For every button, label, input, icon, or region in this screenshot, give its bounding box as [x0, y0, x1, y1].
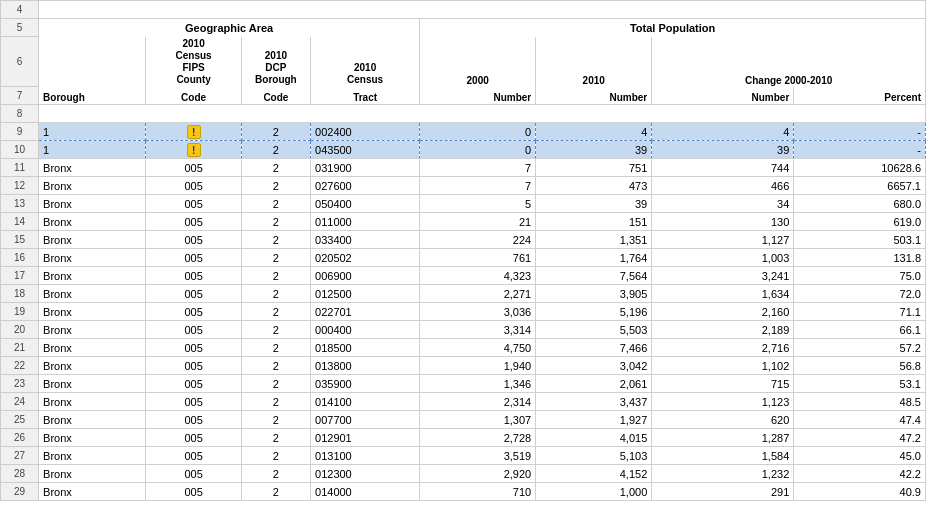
- cell-10-n2010[interactable]: 39: [536, 141, 652, 159]
- cell-21-n2000[interactable]: 4,750: [420, 339, 536, 357]
- cell-24-n2000[interactable]: 2,314: [420, 393, 536, 411]
- cell-22-borough[interactable]: Bronx: [39, 357, 146, 375]
- cell-10-dcp[interactable]: 2: [241, 141, 310, 159]
- cell-18-tract[interactable]: 012500: [311, 285, 420, 303]
- cell-28-n2010[interactable]: 4,152: [536, 465, 652, 483]
- row-10[interactable]: 10 1 ! 2 043500 0 39 39 -: [1, 141, 926, 159]
- row-20[interactable]: 20 Bronx 005 2 000400 3,314 5,503 2,189 …: [1, 321, 926, 339]
- cell-19-chgp[interactable]: 71.1: [794, 303, 926, 321]
- cell-13-tract[interactable]: 050400: [311, 195, 420, 213]
- cell-28-fips[interactable]: 005: [146, 465, 241, 483]
- row-29[interactable]: 29 Bronx 005 2 014000 710 1,000 291 40.9: [1, 483, 926, 501]
- cell-22-dcp[interactable]: 2: [241, 357, 310, 375]
- cell-11-chgn[interactable]: 744: [652, 159, 794, 177]
- cell-24-chgn[interactable]: 1,123: [652, 393, 794, 411]
- cell-20-chgn[interactable]: 2,189: [652, 321, 794, 339]
- cell-14-chgp[interactable]: 619.0: [794, 213, 926, 231]
- cell-29-n2010[interactable]: 1,000: [536, 483, 652, 501]
- cell-14-fips[interactable]: 005: [146, 213, 241, 231]
- cell-24-borough[interactable]: Bronx: [39, 393, 146, 411]
- cell-12-borough[interactable]: Bronx: [39, 177, 146, 195]
- cell-15-dcp[interactable]: 2: [241, 231, 310, 249]
- cell-28-chgp[interactable]: 42.2: [794, 465, 926, 483]
- cell-18-borough[interactable]: Bronx: [39, 285, 146, 303]
- cell-15-tract[interactable]: 033400: [311, 231, 420, 249]
- cell-25-chgn[interactable]: 620: [652, 411, 794, 429]
- cell-22-fips[interactable]: 005: [146, 357, 241, 375]
- cell-27-n2000[interactable]: 3,519: [420, 447, 536, 465]
- warning-icon-10[interactable]: !: [187, 143, 201, 157]
- row-9[interactable]: 9 1 ! 2 002400 0 4 4 -: [1, 123, 926, 141]
- cell-11-chgp[interactable]: 10628.6: [794, 159, 926, 177]
- cell-18-chgn[interactable]: 1,634: [652, 285, 794, 303]
- cell-27-chgp[interactable]: 45.0: [794, 447, 926, 465]
- cell-19-dcp[interactable]: 2: [241, 303, 310, 321]
- cell-16-n2010[interactable]: 1,764: [536, 249, 652, 267]
- cell-19-tract[interactable]: 022701: [311, 303, 420, 321]
- cell-29-chgn[interactable]: 291: [652, 483, 794, 501]
- cell-16-borough[interactable]: Bronx: [39, 249, 146, 267]
- cell-13-n2010[interactable]: 39: [536, 195, 652, 213]
- cell-13-borough[interactable]: Bronx: [39, 195, 146, 213]
- cell-9-tract[interactable]: 002400: [311, 123, 420, 141]
- cell-21-chgn[interactable]: 2,716: [652, 339, 794, 357]
- cell-25-n2000[interactable]: 1,307: [420, 411, 536, 429]
- cell-12-n2000[interactable]: 7: [420, 177, 536, 195]
- cell-18-n2010[interactable]: 3,905: [536, 285, 652, 303]
- cell-24-fips[interactable]: 005: [146, 393, 241, 411]
- row-12[interactable]: 12 Bronx 005 2 027600 7 473 466 6657.1: [1, 177, 926, 195]
- cell-14-n2010[interactable]: 151: [536, 213, 652, 231]
- cell-11-n2010[interactable]: 751: [536, 159, 652, 177]
- warning-icon-9[interactable]: !: [187, 125, 201, 139]
- cell-22-tract[interactable]: 013800: [311, 357, 420, 375]
- cell-20-chgp[interactable]: 66.1: [794, 321, 926, 339]
- cell-23-fips[interactable]: 005: [146, 375, 241, 393]
- cell-21-tract[interactable]: 018500: [311, 339, 420, 357]
- cell-18-fips[interactable]: 005: [146, 285, 241, 303]
- cell-27-tract[interactable]: 013100: [311, 447, 420, 465]
- cell-10-chgn[interactable]: 39: [652, 141, 794, 159]
- row-22[interactable]: 22 Bronx 005 2 013800 1,940 3,042 1,102 …: [1, 357, 926, 375]
- cell-23-borough[interactable]: Bronx: [39, 375, 146, 393]
- cell-25-chgp[interactable]: 47.4: [794, 411, 926, 429]
- cell-11-fips[interactable]: 005: [146, 159, 241, 177]
- cell-26-chgp[interactable]: 47.2: [794, 429, 926, 447]
- cell-9-n2010[interactable]: 4: [536, 123, 652, 141]
- cell-25-dcp[interactable]: 2: [241, 411, 310, 429]
- cell-29-borough[interactable]: Bronx: [39, 483, 146, 501]
- cell-16-fips[interactable]: 005: [146, 249, 241, 267]
- cell-26-tract[interactable]: 012901: [311, 429, 420, 447]
- cell-28-dcp[interactable]: 2: [241, 465, 310, 483]
- cell-22-chgp[interactable]: 56.8: [794, 357, 926, 375]
- cell-24-n2010[interactable]: 3,437: [536, 393, 652, 411]
- cell-26-dcp[interactable]: 2: [241, 429, 310, 447]
- row-16[interactable]: 16 Bronx 005 2 020502 761 1,764 1,003 13…: [1, 249, 926, 267]
- row-19[interactable]: 19 Bronx 005 2 022701 3,036 5,196 2,160 …: [1, 303, 926, 321]
- cell-28-tract[interactable]: 012300: [311, 465, 420, 483]
- cell-12-tract[interactable]: 027600: [311, 177, 420, 195]
- cell-15-n2010[interactable]: 1,351: [536, 231, 652, 249]
- cell-22-chgn[interactable]: 1,102: [652, 357, 794, 375]
- cell-29-chgp[interactable]: 40.9: [794, 483, 926, 501]
- cell-23-tract[interactable]: 035900: [311, 375, 420, 393]
- cell-17-fips[interactable]: 005: [146, 267, 241, 285]
- cell-26-borough[interactable]: Bronx: [39, 429, 146, 447]
- cell-14-dcp[interactable]: 2: [241, 213, 310, 231]
- cell-25-borough[interactable]: Bronx: [39, 411, 146, 429]
- cell-15-chgn[interactable]: 1,127: [652, 231, 794, 249]
- cell-25-fips[interactable]: 005: [146, 411, 241, 429]
- cell-11-borough[interactable]: Bronx: [39, 159, 146, 177]
- row-15[interactable]: 15 Bronx 005 2 033400 224 1,351 1,127 50…: [1, 231, 926, 249]
- row-17[interactable]: 17 Bronx 005 2 006900 4,323 7,564 3,241 …: [1, 267, 926, 285]
- cell-21-dcp[interactable]: 2: [241, 339, 310, 357]
- cell-19-fips[interactable]: 005: [146, 303, 241, 321]
- cell-20-n2010[interactable]: 5,503: [536, 321, 652, 339]
- cell-14-tract[interactable]: 011000: [311, 213, 420, 231]
- cell-9-chgn[interactable]: 4: [652, 123, 794, 141]
- cell-12-fips[interactable]: 005: [146, 177, 241, 195]
- row-11[interactable]: 11 Bronx 005 2 031900 7 751 744 10628.6: [1, 159, 926, 177]
- row-25[interactable]: 25 Bronx 005 2 007700 1,307 1,927 620 47…: [1, 411, 926, 429]
- cell-10-n2000[interactable]: 0: [420, 141, 536, 159]
- cell-23-n2010[interactable]: 2,061: [536, 375, 652, 393]
- cell-26-chgn[interactable]: 1,287: [652, 429, 794, 447]
